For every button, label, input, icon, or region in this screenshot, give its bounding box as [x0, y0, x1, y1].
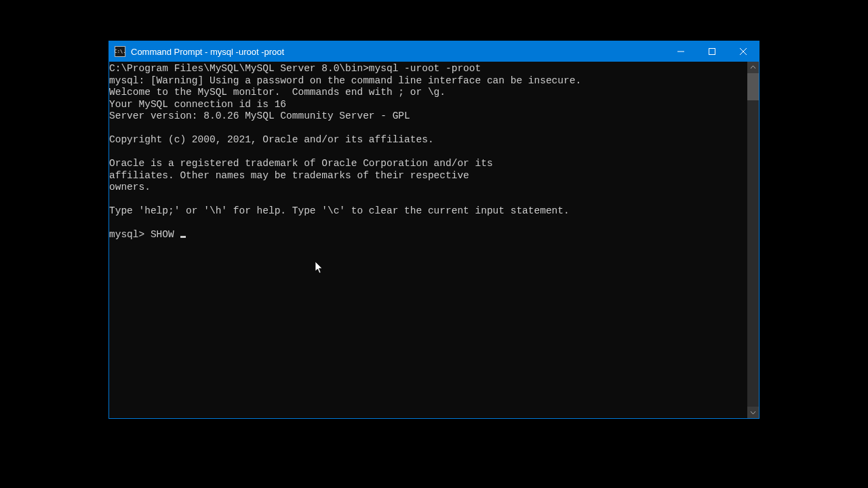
- terminal-output[interactable]: C:\Program Files\MySQL\MySQL Server 8.0\…: [109, 62, 747, 418]
- terminal-line: Welcome to the MySQL monitor. Commands e…: [109, 87, 747, 99]
- scroll-up-button[interactable]: [747, 62, 759, 73]
- close-icon: [740, 48, 747, 55]
- terminal-line: Your MySQL connection id is 16: [109, 99, 747, 111]
- close-button[interactable]: [728, 41, 759, 62]
- terminal-line: [109, 218, 747, 230]
- scroll-thumb[interactable]: [747, 73, 759, 100]
- terminal-line: Type 'help;' or '\h' for help. Type '\c'…: [109, 205, 747, 218]
- client-area: C:\Program Files\MySQL\MySQL Server 8.0\…: [109, 62, 759, 418]
- terminal-line: [109, 146, 747, 159]
- minimize-button[interactable]: [665, 41, 696, 62]
- scroll-down-button[interactable]: [747, 407, 759, 418]
- titlebar[interactable]: C:\. Command Prompt - mysql -uroot -proo…: [109, 41, 759, 62]
- cmd-icon: C:\.: [115, 46, 125, 57]
- minimize-icon: [677, 48, 684, 55]
- terminal-line: Copyright (c) 2000, 2021, Oracle and/or …: [109, 134, 747, 146]
- window-title: Command Prompt - mysql -uroot -proot: [131, 47, 665, 57]
- text-cursor: [180, 236, 186, 238]
- terminal-line: mysql: [Warning] Using a password on the…: [109, 75, 747, 87]
- terminal-prompt-line[interactable]: mysql> SHOW: [109, 229, 747, 241]
- terminal-current-input: SHOW: [151, 229, 180, 240]
- scroll-track[interactable]: [747, 73, 759, 407]
- chevron-down-icon: [750, 409, 756, 415]
- terminal-line: C:\Program Files\MySQL\MySQL Server 8.0\…: [109, 63, 747, 75]
- cmd-icon-label: C:\.: [115, 49, 126, 54]
- vertical-scrollbar[interactable]: [747, 62, 759, 418]
- svg-rect-0: [709, 49, 715, 55]
- terminal-line: affiliates. Other names may be trademark…: [109, 170, 747, 182]
- command-prompt-window: C:\. Command Prompt - mysql -uroot -proo…: [108, 41, 760, 419]
- terminal-line: [109, 123, 747, 135]
- terminal-line: [109, 194, 747, 206]
- chevron-up-icon: [750, 64, 756, 70]
- window-controls: [665, 41, 759, 62]
- maximize-icon: [709, 48, 715, 55]
- terminal-line: Server version: 8.0.26 MySQL Community S…: [109, 110, 747, 123]
- maximize-button[interactable]: [696, 41, 728, 62]
- terminal-line: Oracle is a registered trademark of Orac…: [109, 158, 747, 170]
- terminal-line: owners.: [109, 182, 747, 194]
- terminal-prompt: mysql>: [109, 229, 151, 240]
